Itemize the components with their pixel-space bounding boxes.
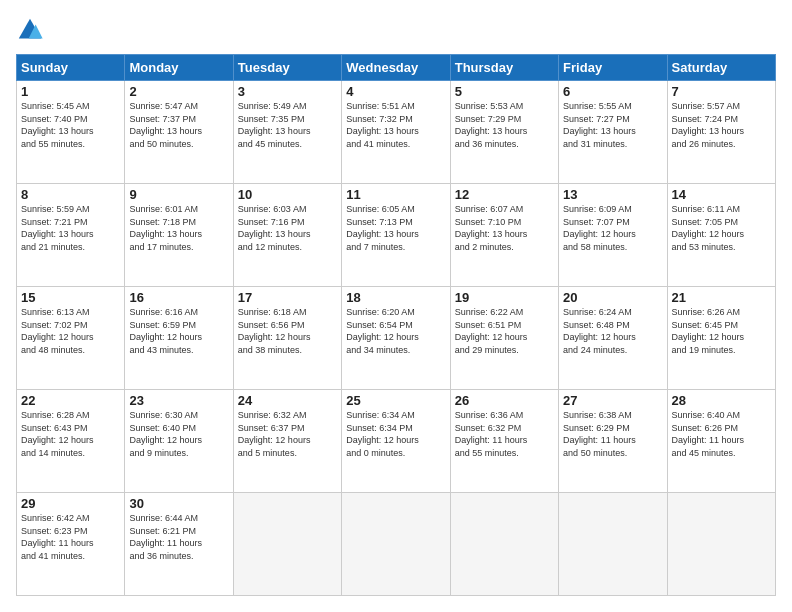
calendar-day: 3Sunrise: 5:49 AM Sunset: 7:35 PM Daylig… <box>233 81 341 184</box>
calendar-day: 19Sunrise: 6:22 AM Sunset: 6:51 PM Dayli… <box>450 287 558 390</box>
calendar-day: 6Sunrise: 5:55 AM Sunset: 7:27 PM Daylig… <box>559 81 667 184</box>
calendar-day: 5Sunrise: 5:53 AM Sunset: 7:29 PM Daylig… <box>450 81 558 184</box>
calendar-day: 21Sunrise: 6:26 AM Sunset: 6:45 PM Dayli… <box>667 287 775 390</box>
calendar-day: 12Sunrise: 6:07 AM Sunset: 7:10 PM Dayli… <box>450 184 558 287</box>
weekday-header: Wednesday <box>342 55 450 81</box>
calendar-day: 30Sunrise: 6:44 AM Sunset: 6:21 PM Dayli… <box>125 493 233 596</box>
calendar-header-row: SundayMondayTuesdayWednesdayThursdayFrid… <box>17 55 776 81</box>
calendar-day: 27Sunrise: 6:38 AM Sunset: 6:29 PM Dayli… <box>559 390 667 493</box>
calendar-week-row: 22Sunrise: 6:28 AM Sunset: 6:43 PM Dayli… <box>17 390 776 493</box>
calendar-day: 1Sunrise: 5:45 AM Sunset: 7:40 PM Daylig… <box>17 81 125 184</box>
calendar-day <box>450 493 558 596</box>
header <box>16 16 776 44</box>
weekday-header: Monday <box>125 55 233 81</box>
calendar-day: 2Sunrise: 5:47 AM Sunset: 7:37 PM Daylig… <box>125 81 233 184</box>
calendar-day <box>559 493 667 596</box>
calendar-day: 22Sunrise: 6:28 AM Sunset: 6:43 PM Dayli… <box>17 390 125 493</box>
calendar-day: 16Sunrise: 6:16 AM Sunset: 6:59 PM Dayli… <box>125 287 233 390</box>
calendar-week-row: 29Sunrise: 6:42 AM Sunset: 6:23 PM Dayli… <box>17 493 776 596</box>
calendar-day: 15Sunrise: 6:13 AM Sunset: 7:02 PM Dayli… <box>17 287 125 390</box>
calendar-day: 29Sunrise: 6:42 AM Sunset: 6:23 PM Dayli… <box>17 493 125 596</box>
weekday-header: Thursday <box>450 55 558 81</box>
calendar-week-row: 1Sunrise: 5:45 AM Sunset: 7:40 PM Daylig… <box>17 81 776 184</box>
weekday-header: Saturday <box>667 55 775 81</box>
calendar-day: 14Sunrise: 6:11 AM Sunset: 7:05 PM Dayli… <box>667 184 775 287</box>
calendar-day <box>233 493 341 596</box>
calendar-day: 24Sunrise: 6:32 AM Sunset: 6:37 PM Dayli… <box>233 390 341 493</box>
calendar-week-row: 8Sunrise: 5:59 AM Sunset: 7:21 PM Daylig… <box>17 184 776 287</box>
page: SundayMondayTuesdayWednesdayThursdayFrid… <box>0 0 792 612</box>
calendar-day: 25Sunrise: 6:34 AM Sunset: 6:34 PM Dayli… <box>342 390 450 493</box>
logo-icon <box>16 16 44 44</box>
weekday-header: Friday <box>559 55 667 81</box>
calendar-day: 7Sunrise: 5:57 AM Sunset: 7:24 PM Daylig… <box>667 81 775 184</box>
calendar-week-row: 15Sunrise: 6:13 AM Sunset: 7:02 PM Dayli… <box>17 287 776 390</box>
calendar-day: 4Sunrise: 5:51 AM Sunset: 7:32 PM Daylig… <box>342 81 450 184</box>
weekday-header: Sunday <box>17 55 125 81</box>
calendar-day: 23Sunrise: 6:30 AM Sunset: 6:40 PM Dayli… <box>125 390 233 493</box>
calendar-day <box>667 493 775 596</box>
calendar-day: 8Sunrise: 5:59 AM Sunset: 7:21 PM Daylig… <box>17 184 125 287</box>
calendar-day: 18Sunrise: 6:20 AM Sunset: 6:54 PM Dayli… <box>342 287 450 390</box>
calendar-day: 17Sunrise: 6:18 AM Sunset: 6:56 PM Dayli… <box>233 287 341 390</box>
calendar-day: 11Sunrise: 6:05 AM Sunset: 7:13 PM Dayli… <box>342 184 450 287</box>
calendar-day: 13Sunrise: 6:09 AM Sunset: 7:07 PM Dayli… <box>559 184 667 287</box>
calendar-day: 20Sunrise: 6:24 AM Sunset: 6:48 PM Dayli… <box>559 287 667 390</box>
calendar-day: 28Sunrise: 6:40 AM Sunset: 6:26 PM Dayli… <box>667 390 775 493</box>
calendar-day: 26Sunrise: 6:36 AM Sunset: 6:32 PM Dayli… <box>450 390 558 493</box>
weekday-header: Tuesday <box>233 55 341 81</box>
calendar-day: 9Sunrise: 6:01 AM Sunset: 7:18 PM Daylig… <box>125 184 233 287</box>
calendar: SundayMondayTuesdayWednesdayThursdayFrid… <box>16 54 776 596</box>
calendar-day <box>342 493 450 596</box>
logo <box>16 16 48 44</box>
calendar-day: 10Sunrise: 6:03 AM Sunset: 7:16 PM Dayli… <box>233 184 341 287</box>
